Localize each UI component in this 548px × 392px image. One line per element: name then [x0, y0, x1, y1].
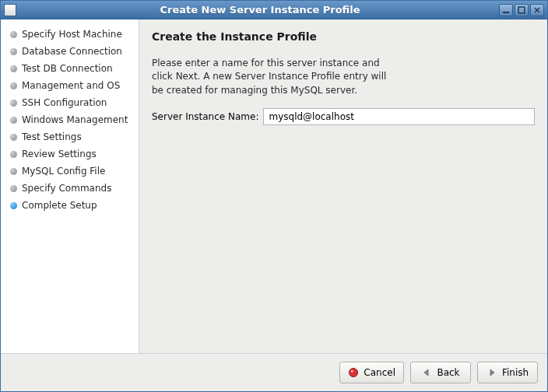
wizard-step[interactable]: SSH Configuration: [9, 94, 135, 111]
step-bullet-icon: [10, 100, 17, 107]
wizard-steps-sidebar: Specify Host MachineDatabase ConnectionT…: [1, 19, 139, 353]
wizard-step-label: Review Settings: [22, 149, 97, 159]
minimize-icon: [502, 6, 510, 14]
wizard-step-label: Complete Setup: [22, 200, 97, 211]
svg-rect-1: [518, 7, 525, 13]
page-heading: Create the Instance Profile: [152, 30, 535, 43]
instance-name-row: Server Instance Name:: [152, 108, 535, 125]
dialog-window: Create New Server Instance Profile Speci…: [0, 0, 548, 392]
wizard-step[interactable]: Database Connection: [9, 43, 135, 60]
step-bullet-icon: [10, 185, 17, 192]
window-title: Create New Server Instance Profile: [21, 4, 499, 16]
wizard-step-label: SSH Configuration: [22, 97, 107, 108]
maximize-button[interactable]: [515, 4, 529, 16]
wizard-step-label: Test Settings: [22, 131, 82, 142]
wizard-step-label: Specify Commands: [22, 183, 111, 194]
wizard-step[interactable]: Windows Management: [9, 111, 135, 128]
step-bullet-active-icon: [10, 202, 17, 209]
window-app-icon: [4, 4, 16, 16]
svg-point-5: [351, 370, 353, 373]
wizard-step-label: Management and OS: [22, 80, 120, 91]
instance-name-label: Server Instance Name:: [152, 111, 258, 122]
wizard-step-label: Specify Host Machine: [22, 29, 122, 40]
step-bullet-icon: [10, 48, 17, 55]
arrow-left-icon: [421, 367, 432, 378]
close-icon: [533, 6, 541, 14]
wizard-step[interactable]: Complete Setup: [9, 197, 135, 214]
finish-button[interactable]: Finish: [477, 362, 538, 383]
step-bullet-icon: [10, 82, 17, 89]
wizard-step[interactable]: Review Settings: [9, 145, 135, 163]
back-button[interactable]: Back: [410, 362, 471, 383]
step-bullet-icon: [10, 65, 17, 72]
wizard-step-label: Test DB Connection: [22, 63, 113, 74]
wizard-step-label: MySQL Config File: [22, 166, 105, 177]
cancel-button[interactable]: Cancel: [339, 362, 404, 383]
svg-point-4: [350, 369, 358, 377]
minimize-button[interactable]: [499, 4, 513, 16]
cancel-icon: [348, 367, 359, 378]
wizard-step-label: Windows Management: [22, 114, 128, 125]
close-button[interactable]: [530, 4, 544, 16]
arrow-right-icon: [487, 367, 497, 378]
wizard-step-label: Database Connection: [22, 46, 122, 57]
wizard-step[interactable]: Management and OS: [9, 77, 135, 94]
wizard-step[interactable]: MySQL Config File: [9, 163, 135, 180]
window-controls: [499, 4, 544, 16]
step-bullet-icon: [10, 151, 17, 158]
instance-name-input[interactable]: [263, 108, 535, 125]
wizard-step[interactable]: Test Settings: [9, 128, 135, 145]
wizard-step[interactable]: Test DB Connection: [9, 60, 135, 77]
maximize-icon: [518, 6, 525, 14]
back-label: Back: [437, 367, 459, 378]
dialog-footer: Cancel Back Finish: [1, 353, 547, 391]
wizard-step[interactable]: Specify Host Machine: [9, 26, 135, 43]
cancel-label: Cancel: [364, 367, 395, 378]
instructions-text: Please enter a name for this server inst…: [152, 57, 401, 97]
step-bullet-icon: [10, 31, 17, 38]
step-bullet-icon: [10, 117, 17, 124]
wizard-step[interactable]: Specify Commands: [9, 180, 135, 197]
svg-rect-0: [503, 12, 509, 13]
dialog-body: Specify Host MachineDatabase ConnectionT…: [1, 19, 547, 353]
main-content: Create the Instance Profile Please enter…: [139, 19, 547, 353]
titlebar[interactable]: Create New Server Instance Profile: [1, 1, 547, 19]
finish-label: Finish: [502, 367, 529, 378]
step-bullet-icon: [10, 134, 17, 141]
step-bullet-icon: [10, 168, 17, 175]
